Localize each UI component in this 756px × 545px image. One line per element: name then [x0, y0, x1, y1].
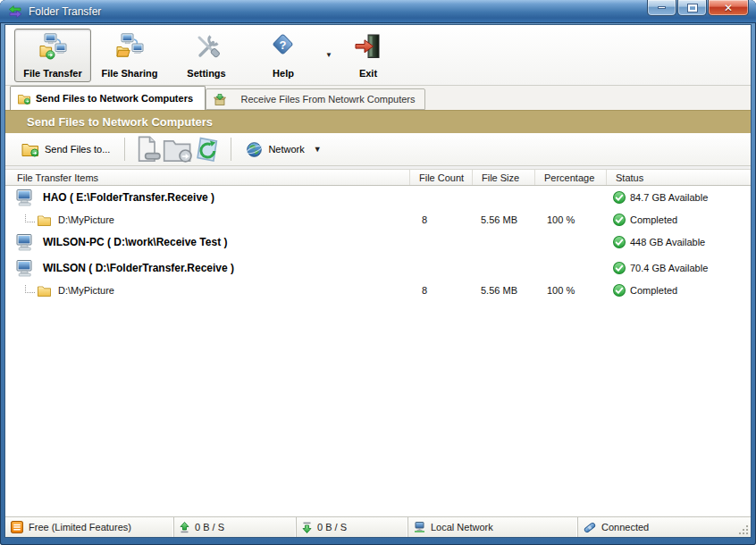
file-transfer-label: File Transfer — [23, 68, 81, 79]
refresh-button[interactable] — [193, 137, 223, 162]
send-files-label: Send Files to... — [45, 144, 110, 155]
status-ok-icon — [613, 214, 626, 226]
refresh-icon — [193, 136, 223, 164]
sub-toolbar: Send Files to... — [5, 133, 751, 166]
upload-speed-text: 0 B / S — [195, 522, 224, 532]
send-folder-button[interactable] — [163, 137, 193, 162]
close-icon: ✕ — [724, 3, 733, 13]
status-text: 70.4 GB Available — [630, 263, 708, 273]
window-frame: File Transfer File Sharing — [0, 24, 756, 545]
settings-button[interactable]: Settings — [168, 29, 245, 82]
main-toolbar: File Transfer File Sharing — [5, 25, 751, 86]
exit-button[interactable]: Exit — [336, 29, 400, 82]
cell-percentage: 100 % — [534, 214, 606, 225]
connection-panel: Connected — [577, 517, 751, 537]
table-row[interactable]: HAO ( E:\FolderTransfer.Receive ) 84.7 G… — [5, 186, 751, 209]
section-header-text: Send Files to Network Computers — [27, 115, 213, 129]
file-transfer-button[interactable]: File Transfer — [14, 29, 91, 82]
settings-label: Settings — [187, 68, 225, 79]
table-row[interactable]: D:\MyPicture 8 5.56 MB 100 % Completed — [5, 209, 751, 231]
toolbar-separator — [124, 138, 125, 161]
table-row[interactable]: WILSON ( D:\FolderTransfer.Receive ) 70.… — [5, 256, 751, 280]
license-panel: Free (Limited Features) — [5, 517, 173, 537]
cell-file-size: 5.56 MB — [472, 285, 534, 296]
minimize-icon — [658, 6, 666, 9]
folder-icon — [38, 285, 51, 297]
cell-file-count: 8 — [409, 214, 472, 225]
computer-icon — [16, 260, 36, 277]
globe-icon — [246, 141, 263, 158]
download-speed-panel: 0 B / S — [296, 517, 407, 537]
toolbar-separator — [231, 138, 231, 161]
app-icon — [8, 4, 22, 19]
file-sharing-label: File Sharing — [102, 68, 158, 79]
window-controls: ✕ — [646, 0, 749, 16]
resize-grip[interactable] — [738, 524, 749, 535]
maximize-icon — [688, 4, 697, 12]
receive-box-icon — [214, 94, 226, 105]
license-text: Free (Limited Features) — [29, 522, 131, 532]
chevron-down-icon: ▼ — [325, 51, 332, 59]
network-menu-label: Network — [268, 144, 304, 155]
tab-bar: Send Files to Network Computers Receive … — [5, 86, 751, 110]
upload-speed-panel: 0 B / S — [173, 517, 296, 537]
tab-receive-files-label: Receive Files From Netowrk Computers — [241, 94, 416, 105]
column-percentage[interactable]: Percentage — [534, 170, 606, 185]
folder-arrow-gray-icon — [163, 136, 193, 164]
connection-text: Connected — [601, 522, 649, 532]
exit-door-icon — [354, 33, 382, 60]
status-ok-icon — [613, 236, 626, 248]
tree-branch — [25, 285, 35, 293]
folder-name: D:\MyPicture — [58, 285, 114, 296]
help-label: Help — [273, 68, 294, 79]
maximize-button[interactable] — [677, 0, 707, 16]
status-ok-icon — [613, 284, 626, 297]
close-button[interactable]: ✕ — [708, 0, 749, 16]
column-file-count[interactable]: File Count — [409, 170, 472, 185]
status-bar: Free (Limited Features) 0 B / S 0 B / S — [5, 516, 751, 537]
computers-transfer-icon — [38, 33, 67, 60]
folder-send-icon — [21, 141, 39, 157]
column-file-size[interactable]: File Size — [472, 170, 534, 185]
status-text: Completed — [630, 285, 677, 296]
help-dropdown-arrow[interactable]: ▼ — [322, 29, 336, 82]
svg-text:?: ? — [280, 38, 287, 51]
file-minus-icon — [132, 136, 163, 164]
window-title: Folder Transfer — [29, 5, 101, 18]
cell-percentage: 100 % — [534, 285, 606, 296]
app-window: Folder Transfer ✕ — [0, 0, 756, 545]
chevron-down-icon: ▼ — [314, 145, 322, 154]
column-file-transfer-items[interactable]: File Transfer Items — [5, 170, 409, 185]
table-row[interactable]: WILSON-PC ( D:\work\Receive Test ) 448 G… — [5, 231, 751, 254]
help-button[interactable]: ? Help — [245, 29, 322, 82]
network-menu[interactable]: Network ▼ — [239, 137, 328, 162]
network-text: Local Network — [431, 522, 493, 532]
tab-send-files[interactable]: Send Files to Network Computers — [10, 86, 206, 110]
send-files-button[interactable]: Send Files to... — [14, 137, 117, 162]
status-ok-icon — [613, 262, 626, 274]
cell-file-count: 8 — [409, 285, 472, 296]
titlebar[interactable]: Folder Transfer ✕ — [0, 0, 756, 23]
folder-name: D:\MyPicture — [58, 214, 114, 225]
table-row[interactable]: D:\MyPicture 8 5.56 MB 100 % Completed — [5, 280, 751, 301]
tab-receive-files[interactable]: Receive Files From Netowrk Computers — [206, 88, 425, 110]
download-speed-text: 0 B / S — [317, 522, 347, 532]
network-panel: Local Network — [407, 517, 577, 537]
upload-arrow-icon — [180, 522, 189, 533]
local-network-icon — [414, 522, 425, 532]
download-arrow-icon — [302, 522, 312, 533]
minimize-button[interactable] — [647, 0, 676, 16]
remove-file-button[interactable] — [132, 137, 163, 162]
file-sharing-button[interactable]: File Sharing — [91, 29, 168, 82]
computers-sharing-icon — [115, 33, 144, 60]
help-diamond-icon: ? — [269, 33, 298, 60]
tab-send-files-label: Send Files to Network Computers — [36, 93, 193, 104]
computer-name: WILSON-PC ( D:\work\Receive Test ) — [43, 236, 227, 248]
cell-file-size: 5.56 MB — [472, 214, 534, 225]
status-text: 448 GB Available — [630, 237, 705, 247]
tools-icon — [192, 33, 221, 60]
status-text: 84.7 GB Available — [630, 192, 708, 203]
list-header: File Transfer Items File Count File Size… — [5, 169, 751, 186]
column-status[interactable]: Status — [606, 170, 751, 185]
send-folder-icon — [18, 93, 30, 105]
